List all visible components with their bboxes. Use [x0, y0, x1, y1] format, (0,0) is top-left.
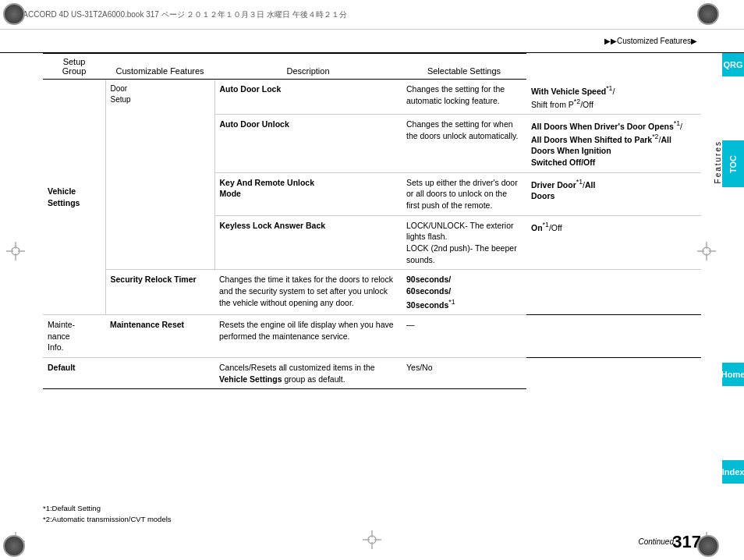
- sel-security-relock: 90seconds/60seconds/30seconds*1: [402, 270, 526, 315]
- sel-auto-door-unlock: All Doors When Driver's Door Opens*1/All…: [526, 114, 701, 172]
- circle-decoration-tl: [3, 3, 25, 25]
- features-label: Features: [714, 140, 722, 183]
- desc-key-remote: Sets up either the driver's door or all …: [402, 172, 526, 215]
- feature-keyless: Keyless Lock Answer Back: [214, 215, 402, 270]
- maintenance-group-cell: Mainte-nanceInfo.: [43, 315, 105, 358]
- desc-default: Cancels/Resets all customized items in t…: [214, 358, 402, 389]
- feature-key-remote: Key And Remote UnlockMode: [214, 172, 402, 215]
- left-crosshair: [6, 242, 25, 261]
- desc-auto-door-lock: Changes the setting for the automatic lo…: [402, 80, 526, 115]
- door-setup-cell: DoorSetup: [105, 80, 214, 270]
- desc-auto-door-unlock: Changes the setting for when the doors u…: [402, 114, 526, 172]
- feature-security-relock: Security Relock Timer: [105, 270, 214, 315]
- tab-index[interactable]: Index: [722, 460, 744, 484]
- table-row: VehicleSettings DoorSetup Auto Door Lock…: [43, 80, 701, 115]
- continued-text: Continued: [638, 537, 674, 546]
- header-description: Description: [214, 54, 402, 80]
- feature-auto-door-lock: Auto Door Lock: [214, 80, 402, 115]
- sel-auto-door-lock: With Vehicle Speed*1/Shift from P*2/Off: [526, 80, 701, 115]
- section-header: ▶▶Customized Features▶: [0, 30, 744, 53]
- bottom-center-crosshair: [363, 530, 381, 551]
- table-row: Security Relock Timer Changes the time i…: [43, 270, 701, 315]
- top-bar-text: 13 ACCORD 4D US-31T2A6000.book 317 ページ ２…: [12, 9, 347, 20]
- desc-maintenance: Resets the engine oil life display when …: [214, 315, 402, 358]
- sel-maintenance: —: [402, 315, 526, 358]
- main-content: SetupGroup Customizable Features Descrip…: [43, 53, 701, 513]
- table-row: Default Cancels/Resets all customized it…: [43, 358, 701, 389]
- header-setup: SetupGroup: [43, 54, 105, 80]
- right-tabs: QRG TOC: [722, 53, 744, 189]
- footnotes: *1:Default Setting *2:Automatic transmis…: [43, 503, 172, 526]
- header-customizable: Customizable Features: [105, 54, 214, 80]
- tab-qrg[interactable]: QRG: [722, 53, 744, 76]
- footnote-2: *2:Automatic transmission/CVT models: [43, 514, 172, 525]
- page-number: 317: [672, 532, 701, 552]
- tab-home[interactable]: Home: [722, 363, 744, 386]
- feature-auto-door-unlock: Auto Door Unlock: [214, 114, 402, 172]
- top-bar: 13 ACCORD 4D US-31T2A6000.book 317 ページ ２…: [0, 0, 744, 30]
- sel-default: Yes/No: [402, 358, 526, 389]
- sel-key-remote: Driver Door*1/AllDoors: [526, 172, 701, 215]
- circle-decoration-tr: [697, 3, 719, 25]
- circle-decoration-bl: [3, 535, 25, 557]
- desc-keyless: LOCK/UNLOCK- The exterior lights flash.L…: [402, 215, 526, 270]
- tab-toc[interactable]: TOC: [722, 140, 744, 187]
- features-table: SetupGroup Customizable Features Descrip…: [43, 53, 701, 389]
- default-group-cell: Default: [43, 358, 214, 389]
- footnote-1: *1:Default Setting: [43, 503, 172, 514]
- header-selectable: Selectable Settings: [402, 54, 526, 80]
- section-nav-text: ▶▶Customized Features▶: [604, 37, 697, 45]
- vehicle-settings-cell: VehicleSettings: [43, 80, 105, 315]
- feature-maintenance: Maintenance Reset: [105, 315, 214, 358]
- sel-keyless: On*1/Off: [526, 215, 701, 270]
- table-row: Mainte-nanceInfo. Maintenance Reset Rese…: [43, 315, 701, 358]
- desc-security-relock: Changes the time it takes for the doors …: [214, 270, 402, 315]
